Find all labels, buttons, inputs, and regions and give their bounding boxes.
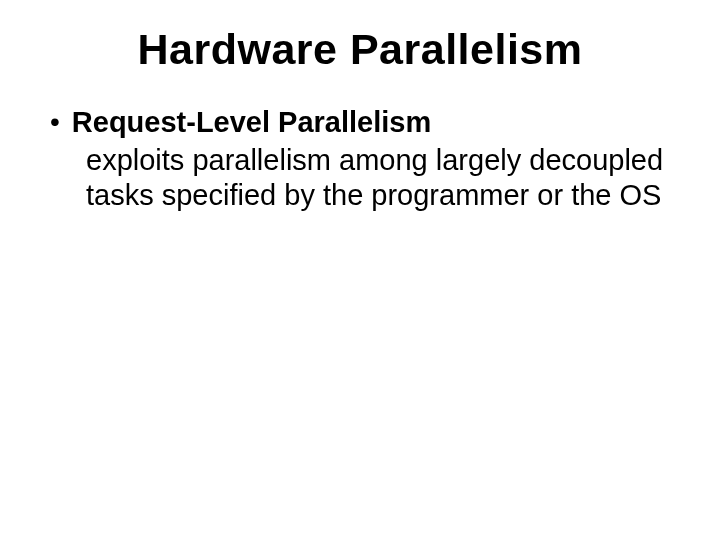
bullet-item: • Request-Level Parallelism (56, 105, 676, 140)
bullet-dot-icon: • (50, 105, 60, 139)
slide-body: • Request-Level Parallelism exploits par… (44, 105, 676, 213)
slide-title: Hardware Parallelism (44, 26, 676, 73)
slide: Hardware Parallelism • Request-Level Par… (0, 0, 720, 540)
bullet-heading: Request-Level Parallelism (72, 105, 431, 140)
bullet-description: exploits parallelism among largely decou… (86, 143, 676, 214)
